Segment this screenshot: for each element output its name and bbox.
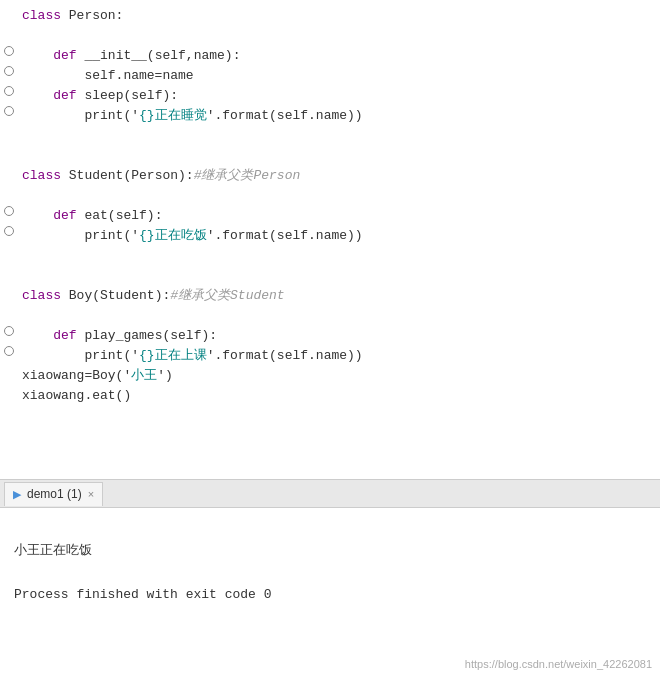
code-line: def __init__(self,name): <box>0 46 660 66</box>
code-token: def <box>53 208 76 223</box>
watermark: https://blog.csdn.net/weixin_42262081 <box>465 658 652 670</box>
code-line <box>0 246 660 266</box>
line-content <box>18 306 660 326</box>
code-token: 小王 <box>131 368 157 383</box>
gutter <box>0 66 18 76</box>
gutter <box>0 206 18 216</box>
code-token: xiaowang.eat() <box>22 388 131 403</box>
code-token: play_games(self): <box>77 328 217 343</box>
terminal-line <box>14 518 646 540</box>
terminal-line: 小王正在吃饭 <box>14 540 646 562</box>
code-token: def <box>53 328 76 343</box>
terminal-output: 小王正在吃饭 Process finished with exit code 0… <box>0 508 660 674</box>
gutter <box>0 46 18 56</box>
breakpoint[interactable] <box>4 46 14 56</box>
line-content <box>18 126 660 146</box>
code-line: xiaowang=Boy('小王') <box>0 366 660 386</box>
code-token: class <box>22 8 61 23</box>
code-line: def sleep(self): <box>0 86 660 106</box>
run-icon: ▶ <box>13 488 21 501</box>
code-token: {}正在睡觉 <box>139 108 207 123</box>
code-token: class <box>22 168 61 183</box>
code-line <box>0 26 660 46</box>
code-token: {}正在吃饭 <box>139 228 207 243</box>
code-token: Person: <box>61 8 123 23</box>
code-token: self.name=name <box>22 68 194 83</box>
line-content: print('{}正在上课'.format(self.name)) <box>18 346 660 366</box>
code-token: ') <box>157 368 173 383</box>
line-content: class Person: <box>18 6 660 26</box>
code-token: def <box>53 48 76 63</box>
line-content: class Student(Person):#继承父类Person <box>18 166 660 186</box>
terminal-tab-bar: ▶ demo1 (1) × <box>0 480 660 508</box>
code-token: def <box>53 88 76 103</box>
code-token: '.format(self.name)) <box>207 108 363 123</box>
code-line: self.name=name <box>0 66 660 86</box>
code-line: print('{}正在睡觉'.format(self.name)) <box>0 106 660 126</box>
code-line: def play_games(self): <box>0 326 660 346</box>
line-content: xiaowang=Boy('小王') <box>18 366 660 386</box>
code-token: print(' <box>22 348 139 363</box>
code-token: Student(Person): <box>61 168 194 183</box>
code-line: def eat(self): <box>0 206 660 226</box>
code-token: __init__(self,name): <box>77 48 241 63</box>
code-editor: class Person: def __init__(self,name): s… <box>0 0 660 480</box>
line-content <box>18 26 660 46</box>
breakpoint[interactable] <box>4 206 14 216</box>
line-content: print('{}正在吃饭'.format(self.name)) <box>18 226 660 246</box>
code-line <box>0 126 660 146</box>
code-line <box>0 306 660 326</box>
code-token <box>22 328 53 343</box>
breakpoint[interactable] <box>4 226 14 236</box>
code-line: xiaowang.eat() <box>0 386 660 406</box>
line-content: def sleep(self): <box>18 86 660 106</box>
line-content: self.name=name <box>18 66 660 86</box>
terminal-tab[interactable]: ▶ demo1 (1) × <box>4 482 103 506</box>
code-line: class Student(Person):#继承父类Person <box>0 166 660 186</box>
line-content: def eat(self): <box>18 206 660 226</box>
code-token: {}正在上课 <box>139 348 207 363</box>
line-content: def play_games(self): <box>18 326 660 346</box>
code-token: #继承父类Student <box>170 288 284 303</box>
breakpoint[interactable] <box>4 326 14 336</box>
code-token: '.format(self.name)) <box>207 348 363 363</box>
breakpoint[interactable] <box>4 66 14 76</box>
tab-label: demo1 (1) <box>27 487 82 501</box>
code-line <box>0 186 660 206</box>
line-content: print('{}正在睡觉'.format(self.name)) <box>18 106 660 126</box>
code-token <box>22 48 53 63</box>
gutter <box>0 106 18 116</box>
code-line <box>0 146 660 166</box>
terminal-line: Process finished with exit code 0 <box>14 584 646 606</box>
code-token: '.format(self.name)) <box>207 228 363 243</box>
gutter <box>0 326 18 336</box>
code-token: Boy(Student): <box>61 288 170 303</box>
code-token: sleep(self): <box>77 88 178 103</box>
breakpoint[interactable] <box>4 346 14 356</box>
line-content <box>18 186 660 206</box>
code-token <box>22 208 53 223</box>
terminal-line <box>14 562 646 584</box>
code-line: print('{}正在上课'.format(self.name)) <box>0 346 660 366</box>
code-line <box>0 266 660 286</box>
code-token: print(' <box>22 108 139 123</box>
line-content: class Boy(Student):#继承父类Student <box>18 286 660 306</box>
breakpoint[interactable] <box>4 106 14 116</box>
code-token: eat(self): <box>77 208 163 223</box>
gutter <box>0 86 18 96</box>
line-content: xiaowang.eat() <box>18 386 660 406</box>
code-line: print('{}正在吃饭'.format(self.name)) <box>0 226 660 246</box>
code-token: xiaowang=Boy(' <box>22 368 131 383</box>
code-token: class <box>22 288 61 303</box>
code-token: #继承父类Person <box>194 168 301 183</box>
breakpoint[interactable] <box>4 86 14 96</box>
code-token: print(' <box>22 228 139 243</box>
code-line: class Person: <box>0 6 660 26</box>
tab-close-button[interactable]: × <box>88 488 94 500</box>
gutter <box>0 346 18 356</box>
gutter <box>0 226 18 236</box>
line-content <box>18 146 660 166</box>
code-token <box>22 88 53 103</box>
line-content <box>18 266 660 286</box>
line-content <box>18 246 660 266</box>
